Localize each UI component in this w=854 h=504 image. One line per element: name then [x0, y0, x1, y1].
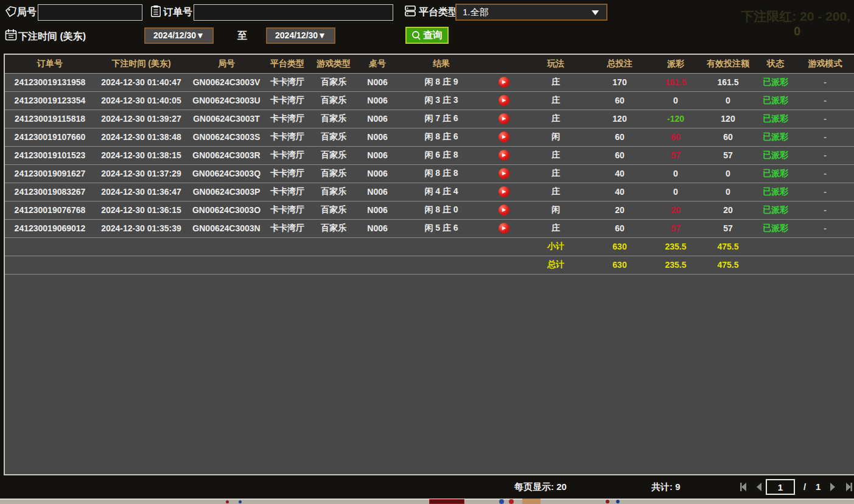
last-page-icon[interactable] — [842, 481, 854, 493]
col-game-mode: 游戏模式 — [796, 55, 854, 73]
game-number-cell: GN00624C3003V — [187, 73, 265, 91]
replay-video-icon[interactable]: ▶ — [499, 150, 509, 161]
first-page-icon[interactable] — [738, 481, 750, 493]
subtotal-empty — [796, 237, 854, 256]
replay-video-icon[interactable]: ▶ — [499, 223, 509, 234]
platform-type-cell: 卡卡湾厅 — [265, 219, 309, 237]
valid-bet-cell: 120 — [701, 110, 755, 128]
table-number-cell: N006 — [358, 164, 397, 183]
game-number-cell: GN00624C3003Q — [187, 164, 265, 183]
bet-time-cell: 2024-12-30 01:36:15 — [95, 201, 187, 219]
valid-bet-cell: 57 — [701, 146, 755, 164]
payout-cell: -120 — [650, 110, 701, 128]
platform-select[interactable]: 1.全部 — [455, 4, 607, 21]
date-to-picker[interactable]: 2024/12/30▼ — [266, 27, 335, 44]
col-replay — [486, 55, 522, 73]
game-type-cell: 百家乐 — [309, 110, 358, 128]
table-header-row: 订单号 下注时间 (美东) 局号 平台类型 游戏类型 桌号 结果 玩法 总投注 … — [5, 55, 854, 73]
status-cell: 已派彩 — [755, 91, 796, 110]
date-range-to-label: 至 — [237, 30, 247, 43]
subtotal-empty — [755, 237, 796, 256]
order-number-cell: 241230019131958 — [5, 73, 95, 91]
table-number-cell: N006 — [358, 73, 397, 91]
total-empty — [796, 256, 854, 274]
platform-label: 平台类型 — [419, 6, 458, 19]
replay-video-icon[interactable]: ▶ — [499, 77, 509, 88]
game-type-cell: 百家乐 — [309, 164, 358, 183]
payout-cell: 60 — [650, 128, 701, 146]
play-type-cell: 庄 — [522, 164, 589, 183]
subtotal-spacer — [5, 237, 522, 256]
search-button[interactable]: 查询 — [405, 27, 449, 44]
replay-video-icon[interactable]: ▶ — [499, 95, 509, 106]
play-type-cell: 庄 — [522, 183, 589, 201]
play-type-cell: 庄 — [522, 91, 589, 110]
prev-page-icon[interactable] — [753, 481, 765, 493]
replay-cell: ▶ — [486, 128, 522, 146]
col-payout: 派彩 — [650, 55, 701, 73]
game-type-cell: 百家乐 — [309, 183, 358, 201]
search-icon — [411, 30, 421, 40]
subtotal-total-bet: 630 — [589, 237, 650, 256]
col-total-bet: 总投注 — [589, 55, 650, 73]
result-cell: 闲 5 庄 6 — [397, 219, 486, 237]
game-number-cell: GN00624C3003R — [187, 146, 265, 164]
game-type-cell: 百家乐 — [309, 219, 358, 237]
replay-cell: ▶ — [486, 201, 522, 219]
total-bet-cell: 60 — [589, 219, 650, 237]
col-table-number: 桌号 — [358, 55, 397, 73]
replay-video-icon[interactable]: ▶ — [499, 113, 509, 124]
game-type-cell: 百家乐 — [309, 91, 358, 110]
table-number-cell: N006 — [358, 91, 397, 110]
play-type-cell: 庄 — [522, 73, 589, 91]
game-no-input[interactable] — [38, 4, 142, 21]
clipboard-icon — [150, 5, 162, 17]
status-cell: 已派彩 — [755, 128, 796, 146]
game-number-cell: GN00624C3003P — [187, 183, 265, 201]
game-type-cell: 百家乐 — [309, 73, 358, 91]
replay-video-icon[interactable]: ▶ — [499, 168, 509, 179]
game-mode-cell: - — [796, 128, 854, 146]
background-game-strip — [0, 499, 854, 504]
game-mode-cell: - — [796, 183, 854, 201]
subtotal-valid-bet: 475.5 — [701, 237, 755, 256]
search-button-label: 查询 — [423, 29, 443, 42]
next-page-icon[interactable] — [827, 481, 839, 493]
total-bet-cell: 120 — [589, 110, 650, 128]
table-row: 2412300190767682024-12-30 01:36:15GN0062… — [5, 201, 854, 219]
game-mode-cell: - — [796, 219, 854, 237]
order-no-input[interactable] — [194, 4, 393, 21]
date-from-picker[interactable]: 2024/12/30▼ — [144, 27, 214, 44]
game-mode-cell: - — [796, 164, 854, 183]
bet-time-cell: 2024-12-30 01:37:29 — [95, 164, 187, 183]
payout-cell: 57 — [650, 146, 701, 164]
total-bet-cell: 60 — [589, 146, 650, 164]
per-page-label: 每页显示: 20 — [514, 481, 567, 493]
order-number-cell: 241230019123354 — [5, 91, 95, 110]
replay-cell: ▶ — [486, 219, 522, 237]
total-total-bet: 630 — [589, 256, 650, 274]
order-number-cell: 241230019115818 — [5, 110, 95, 128]
game-type-cell: 百家乐 — [309, 146, 358, 164]
total-pages-label: 1 — [816, 481, 821, 492]
platform-type-cell: 卡卡湾厅 — [265, 164, 309, 183]
result-cell: 闲 3 庄 3 — [397, 91, 486, 110]
chevron-down-icon — [592, 10, 599, 15]
replay-cell: ▶ — [486, 91, 522, 110]
total-bet-cell: 170 — [589, 73, 650, 91]
replay-video-icon[interactable]: ▶ — [499, 205, 509, 215]
order-number-cell: 241230019069012 — [5, 219, 95, 237]
col-play-type: 玩法 — [522, 55, 589, 73]
payout-cell: 20 — [650, 201, 701, 219]
replay-video-icon[interactable]: ▶ — [499, 131, 509, 142]
game-number-cell: GN00624C3003S — [187, 128, 265, 146]
platform-type-cell: 卡卡湾厅 — [265, 183, 309, 201]
table-row: 2412300191233542024-12-30 01:40:05GN0062… — [5, 91, 854, 110]
col-order-number: 订单号 — [5, 55, 95, 73]
play-type-cell: 庄 — [522, 146, 589, 164]
total-bet-cell: 40 — [589, 164, 650, 183]
bet-history-table: 订单号 下注时间 (美东) 局号 平台类型 游戏类型 桌号 结果 玩法 总投注 … — [4, 54, 854, 475]
page-number-input[interactable] — [766, 479, 795, 495]
replay-video-icon[interactable]: ▶ — [499, 186, 509, 197]
calendar-icon — [5, 29, 17, 41]
